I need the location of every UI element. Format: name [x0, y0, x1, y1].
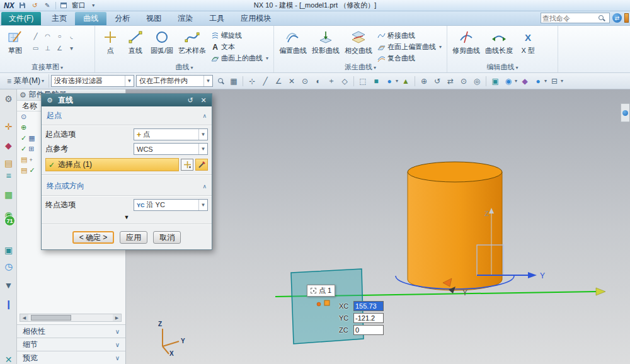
group-label-derived-curve[interactable]: 派生曲线▾ — [274, 62, 447, 72]
show-hide-icon[interactable]: ● — [532, 76, 544, 87]
offset-curve-in-face-button[interactable]: 在面上偏置曲线 ▾ — [375, 42, 444, 52]
snap-endpoint-icon[interactable]: ╱ — [260, 76, 271, 87]
check-icon[interactable]: ✓ — [21, 134, 26, 142]
pan-view-icon[interactable]: ⇄ — [445, 76, 456, 87]
sketch-more-icon[interactable]: ▾ — [66, 43, 77, 54]
dropdown-arrow-icon[interactable]: ▼ — [125, 76, 134, 86]
command-search[interactable] — [541, 13, 610, 23]
sketch-button[interactable]: 草图 — [3, 28, 27, 55]
section-dependencies[interactable]: 相依性∨ — [17, 324, 125, 338]
section-preview[interactable]: 预览∨ — [17, 351, 125, 364]
dropdown-arrow-icon[interactable]: ▼ — [203, 76, 212, 86]
cancel-button[interactable]: 取消 — [153, 231, 181, 244]
snap-point-on-curve-icon[interactable]: ◇ — [339, 76, 350, 87]
wcs-display-icon[interactable]: ◉ — [503, 76, 514, 87]
sketch-arc-icon[interactable]: ◠ — [42, 31, 53, 42]
toolbar-chevron-icon[interactable]: ▾ — [544, 78, 547, 84]
trim-curve-button[interactable]: 修剪曲线 — [450, 28, 482, 55]
snap-midpoint-icon[interactable]: ∠ — [273, 76, 284, 87]
assembly-navigator-icon[interactable]: ✛ — [2, 120, 15, 133]
plus-icon[interactable]: + — [29, 157, 32, 163]
check-icon[interactable]: ✓ — [21, 145, 26, 153]
constraint-navigator-icon[interactable]: ◆ — [2, 139, 15, 152]
point-dialog-button[interactable] — [181, 159, 193, 171]
toolbar-chevron-icon[interactable]: ▾ — [396, 78, 398, 84]
window-icon[interactable] — [59, 1, 69, 10]
sketch-constraint-icon[interactable]: ∠ — [54, 43, 65, 54]
sketch-rect-icon[interactable]: ▭ — [30, 43, 41, 54]
window-layers-icon[interactable]: ▣ — [490, 76, 501, 87]
tab-view[interactable]: 视图 — [138, 12, 169, 25]
select-point-field[interactable]: ✓ 选择点 (1) — [45, 158, 179, 171]
zoom-view-icon[interactable]: ⊙ — [458, 76, 469, 87]
project-curve-button[interactable]: 投影曲线 — [310, 28, 341, 55]
snap-arc-center-icon[interactable]: ⊙ — [299, 76, 311, 87]
arc-circle-button[interactable]: 圆弧/圆 — [149, 28, 175, 55]
horizontal-scrollbar[interactable]: ◀ ▶ — [20, 314, 122, 322]
tab-analysis[interactable]: 分析 — [106, 12, 138, 25]
studio-spline-button[interactable]: 艺术样条 — [176, 28, 208, 55]
zc-input[interactable]: 0 — [353, 325, 384, 335]
toolbar-chevron-icon[interactable]: ▾ — [561, 78, 563, 84]
shaded-view-icon[interactable]: ■ — [370, 76, 382, 87]
toolbar-chevron-icon[interactable]: ▾ — [515, 78, 517, 84]
end-point-section-header[interactable]: 终点或方向 ∧ — [45, 178, 208, 193]
history-clock-icon[interactable]: ◷ — [2, 259, 15, 273]
rendering-style-icon[interactable]: ● — [384, 76, 395, 87]
cylinder-top-face[interactable] — [408, 162, 502, 182]
scroll-right-icon[interactable]: ▶ — [113, 314, 121, 321]
save-icon[interactable] — [18, 1, 27, 10]
sketch-dim-icon[interactable]: ⊥ — [42, 43, 53, 54]
tab-render[interactable]: 渲染 — [169, 12, 201, 25]
intersection-curve-button[interactable]: 相交曲线 — [343, 28, 374, 55]
search-input[interactable] — [542, 14, 597, 22]
group-label-curve[interactable]: 曲线▾ — [95, 62, 273, 72]
scroll-left-icon[interactable]: ◀ — [20, 314, 28, 321]
sync-icon[interactable]: ⇄ — [612, 13, 622, 23]
process-studio-icon[interactable]: ▼ — [2, 278, 15, 292]
curve-length-button[interactable]: 曲线长度 — [483, 28, 515, 55]
tab-home[interactable]: 主页 — [43, 12, 75, 25]
undo-icon[interactable]: ↺ — [30, 1, 40, 10]
roles-icon[interactable]: ❙ — [2, 297, 15, 310]
fit-view-icon[interactable]: ▲ — [400, 76, 411, 87]
snap-intersection-icon[interactable]: ✕ — [286, 76, 297, 87]
sketch-line-icon[interactable]: ╱ — [30, 31, 41, 42]
check-icon[interactable]: ✓ — [29, 166, 35, 174]
notification-badge[interactable]: 71 — [4, 215, 15, 226]
point-reference-dropdown[interactable]: WCS ▼ — [134, 143, 208, 155]
apply-button[interactable]: 应用 — [120, 231, 147, 244]
expand-node-icon[interactable]: ⊕ — [21, 123, 26, 132]
dialog-gear-icon[interactable]: ⚙ — [45, 96, 55, 105]
hd3d-tools-icon[interactable]: ▦ — [2, 188, 15, 201]
reuse-library-icon[interactable]: ≡ — [2, 169, 15, 182]
helix-button[interactable]: 螺旋线 — [209, 30, 270, 41]
point-marker-square[interactable] — [324, 300, 329, 305]
scrollbar-thumb[interactable] — [31, 315, 71, 321]
end-option-dropdown[interactable]: YC 沿 YC ▼ — [134, 199, 208, 211]
start-option-dropdown[interactable]: + 点 ▼ — [134, 128, 208, 140]
dialog-title-bar[interactable]: ⚙ 直线 ↺ ✕ — [42, 94, 212, 106]
dropdown-arrow-icon[interactable]: ▼ — [198, 129, 207, 140]
tab-curve[interactable]: 曲线 — [75, 12, 106, 25]
window-menu-label[interactable]: 窗口 — [72, 1, 86, 10]
sketch-edit-icon[interactable]: ✎ — [43, 1, 52, 10]
orient-view-icon[interactable]: ⊕ — [418, 76, 430, 87]
rotate-view-icon[interactable]: ↺ — [432, 76, 443, 87]
snap-quadrant-icon[interactable]: ◐ — [312, 76, 324, 87]
find-in-window-icon[interactable] — [215, 76, 226, 87]
selection-filter-dropdown[interactable]: 没有选择过滤器 ▼ — [51, 75, 134, 87]
sketch-circle-icon[interactable]: ○ — [54, 31, 65, 42]
snap-existing-point-icon[interactable]: ＋ — [326, 76, 337, 87]
point-marker-dot[interactable] — [317, 302, 321, 306]
select-window-icon[interactable]: ▦ — [228, 76, 239, 87]
point-picker-button[interactable] — [195, 159, 208, 171]
history-palette-icon[interactable]: ▣ — [2, 243, 15, 256]
dropdown-arrow-icon[interactable]: ▼ — [198, 144, 207, 154]
start-point-section-header[interactable]: 起点 ∧ — [45, 108, 208, 122]
dialog-close-icon[interactable]: ✕ — [198, 96, 209, 105]
offset-curve-button[interactable]: 偏置曲线 — [277, 28, 309, 55]
menu-button[interactable]: ≡ 菜单(M) ▾ — [3, 74, 49, 88]
clipped-toolbar-icon[interactable] — [624, 13, 629, 23]
tab-file[interactable]: 文件(F) — [1, 12, 41, 25]
